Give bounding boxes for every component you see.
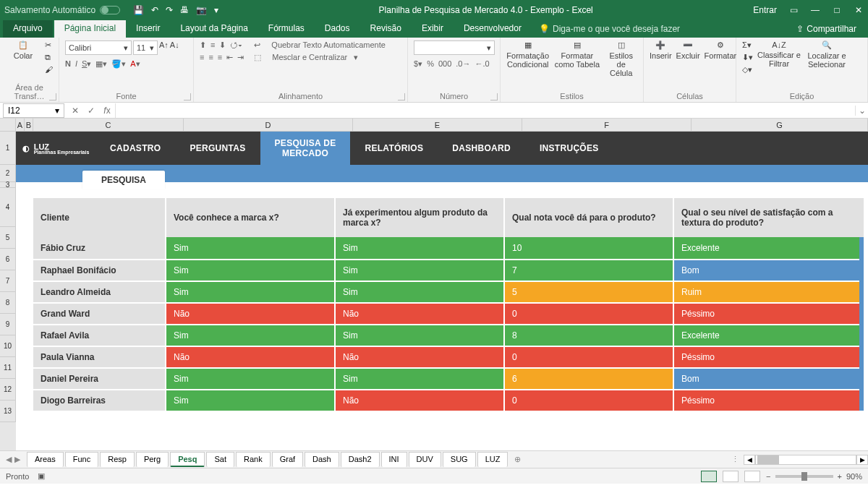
cell-q4[interactable]: Ruim: [674, 281, 859, 302]
tab-data[interactable]: Dados: [315, 20, 360, 38]
col-d[interactable]: D: [184, 119, 353, 131]
format-cells-button[interactable]: ⚙Formatar: [705, 40, 737, 60]
tab-review[interactable]: Revisão: [360, 20, 412, 38]
align-middle-icon[interactable]: ≡: [210, 40, 215, 50]
indent-dec-icon[interactable]: ⇤: [226, 53, 233, 62]
tab-view[interactable]: Exibir: [412, 20, 454, 38]
nav-item[interactable]: CADASTRO: [95, 132, 175, 165]
tab-file[interactable]: Arquivo: [3, 20, 53, 38]
font-launcher-icon[interactable]: [184, 93, 191, 100]
sheet-tab[interactable]: Dash2: [341, 452, 380, 467]
share-button[interactable]: ⇪ Compartilhar: [788, 20, 865, 38]
tab-insert[interactable]: Inserir: [126, 20, 170, 38]
cell-q1[interactable]: Sim: [166, 281, 336, 302]
view-page-break-icon[interactable]: [744, 471, 760, 482]
zoom-control[interactable]: − + 90%: [766, 472, 862, 481]
row-header[interactable]: 6: [0, 249, 16, 270]
sheet-tab[interactable]: INI: [381, 452, 407, 467]
cell-q4[interactable]: Bom: [674, 259, 859, 281]
select-all-corner[interactable]: [0, 119, 16, 131]
row-header[interactable]: 4: [0, 188, 16, 227]
nav-item[interactable]: PESQUISA DEMERCADO: [260, 132, 351, 165]
paste-button[interactable]: 📋 Colar: [6, 40, 41, 60]
sheet-tab[interactable]: DUV: [409, 452, 441, 467]
col-e[interactable]: E: [353, 119, 522, 131]
cell-q4[interactable]: Péssimo: [674, 389, 859, 411]
row-header[interactable]: 9: [0, 314, 16, 335]
row-header[interactable]: 1: [0, 132, 16, 165]
cell-q2[interactable]: Não: [336, 346, 505, 367]
cell-q1[interactable]: Sim: [166, 324, 336, 346]
font-name-combo[interactable]: Calibri▾: [65, 40, 132, 55]
thousands-icon[interactable]: 000: [438, 59, 451, 69]
print-icon[interactable]: 🖶: [180, 5, 189, 15]
align-top-icon[interactable]: ⬆: [200, 40, 206, 50]
italic-icon[interactable]: I: [75, 59, 77, 69]
sheet-tab[interactable]: Pesq: [170, 452, 205, 467]
percent-icon[interactable]: %: [427, 59, 434, 69]
zoom-out-icon[interactable]: −: [766, 472, 770, 481]
cell-cliente[interactable]: Paula Vianna: [33, 346, 166, 367]
col-a[interactable]: A: [16, 119, 25, 131]
nav-item[interactable]: DASHBOARD: [438, 132, 525, 165]
zoom-track[interactable]: [775, 475, 833, 478]
currency-icon[interactable]: $▾: [414, 59, 422, 69]
insert-cells-button[interactable]: ➕Inserir: [650, 40, 672, 60]
wrap-text-button[interactable]: ↩ Quebrar Texto Automaticamente: [254, 40, 386, 50]
row-header[interactable]: 2: [0, 165, 16, 182]
fill-icon[interactable]: ⬇▾: [742, 53, 753, 62]
format-painter-icon[interactable]: 🖌: [45, 65, 53, 74]
col-f[interactable]: F: [522, 119, 692, 131]
hscroll-left-icon[interactable]: ◀: [744, 455, 755, 465]
close-icon[interactable]: ✕: [854, 5, 864, 15]
copy-icon[interactable]: ⧉: [45, 53, 53, 62]
cell-q3[interactable]: 0: [505, 346, 674, 367]
font-size-combo[interactable]: 11▾: [133, 40, 158, 55]
grid[interactable]: ◐ LUZPlanilhas Empresariais CADASTROPERG…: [16, 132, 868, 450]
sheet-tab[interactable]: Dash: [305, 452, 339, 467]
hscroll-right-icon[interactable]: ▶: [856, 455, 868, 465]
conditional-format-button[interactable]: ▦Formatação Condicional: [506, 40, 549, 69]
cell-q1[interactable]: Não: [166, 302, 336, 324]
row-header[interactable]: 8: [0, 292, 16, 314]
sheet-nav-next-icon[interactable]: ▶: [14, 455, 20, 464]
cell-q4[interactable]: Excelente: [674, 237, 859, 259]
col-b[interactable]: B: [25, 119, 33, 131]
delete-cells-button[interactable]: ➖Excluir: [676, 40, 700, 60]
cancel-formula-icon[interactable]: ✕: [67, 106, 83, 116]
clipboard-launcher-icon[interactable]: [49, 93, 56, 100]
zoom-in-icon[interactable]: +: [838, 472, 842, 481]
sheet-tab[interactable]: SUG: [443, 452, 476, 467]
tab-home[interactable]: Página Inicial: [54, 20, 126, 38]
autosave-toggle[interactable]: Salvamento Automático: [4, 5, 120, 15]
cell-q4[interactable]: Péssimo: [674, 302, 859, 324]
cell-cliente[interactable]: Grand Ward: [33, 302, 166, 324]
dec-decimal-icon[interactable]: ←.0: [475, 59, 489, 69]
row-header[interactable]: 10: [0, 335, 16, 357]
cell-q2[interactable]: Sim: [336, 237, 505, 259]
cell-cliente[interactable]: Daniel Pereira: [33, 367, 166, 389]
tab-layout[interactable]: Layout da Página: [170, 20, 258, 38]
find-select-button[interactable]: 🔍Localizar e Selecionar: [805, 40, 848, 69]
tab-formulas[interactable]: Fórmulas: [258, 20, 315, 38]
cell-q2[interactable]: Não: [336, 389, 505, 411]
cell-q2[interactable]: Sim: [336, 281, 505, 302]
cell-q3[interactable]: 6: [505, 367, 674, 389]
cell-cliente[interactable]: Raphael Bonifácio: [33, 259, 166, 281]
number-format-combo[interactable]: ▾: [414, 40, 495, 55]
grow-font-icon[interactable]: A↑: [159, 40, 169, 55]
format-table-button[interactable]: ▤Formatar como Tabela: [553, 40, 600, 69]
cell-q3[interactable]: 0: [505, 389, 674, 411]
bold-icon[interactable]: N: [65, 59, 71, 69]
redo-icon[interactable]: ↷: [166, 5, 173, 15]
cell-q2[interactable]: Sim: [336, 324, 505, 346]
fill-color-icon[interactable]: 🪣▾: [111, 59, 126, 69]
camera-icon[interactable]: 📷: [196, 5, 207, 15]
tell-me[interactable]: 💡 Diga-me o que você deseja fazer: [539, 20, 680, 38]
expand-formula-icon[interactable]: ⌄: [855, 106, 868, 116]
sheet-tab[interactable]: Func: [65, 452, 98, 467]
sheet-tab[interactable]: LUZ: [477, 452, 509, 467]
tab-developer[interactable]: Desenvolvedor: [454, 20, 532, 38]
view-normal-icon[interactable]: [701, 471, 717, 482]
cell-q3[interactable]: 8: [505, 324, 674, 346]
